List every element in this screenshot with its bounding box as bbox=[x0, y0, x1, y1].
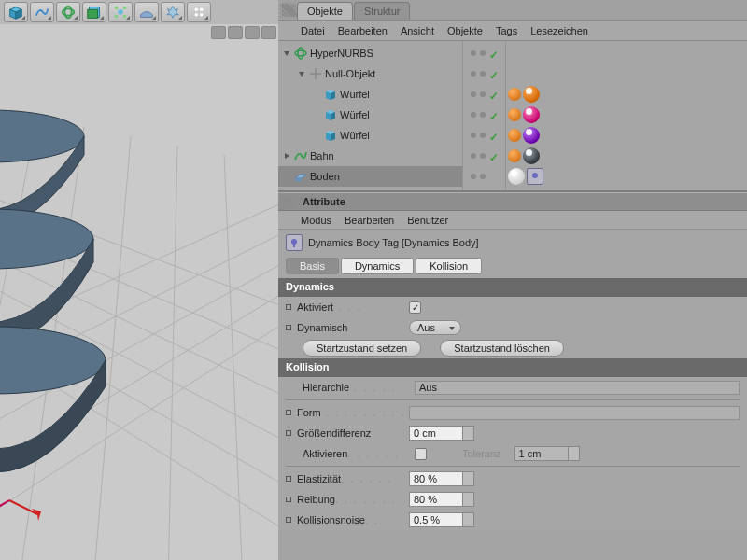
field-form[interactable] bbox=[409, 406, 740, 420]
attribute-menubar: Modus Bearbeiten Benutzer bbox=[278, 211, 747, 230]
prop-aktiviert: Aktiviert . . . ✓ bbox=[278, 297, 747, 317]
tab-kollision[interactable]: Kollision bbox=[416, 258, 482, 274]
perspective-viewport[interactable] bbox=[0, 24, 278, 560]
object-tree[interactable]: HyperNURBSNull-ObjektWürfelWürfelWürfelB… bbox=[278, 41, 463, 190]
cube-icon bbox=[323, 87, 338, 102]
tag-row[interactable] bbox=[506, 43, 747, 63]
tag-row[interactable] bbox=[506, 63, 747, 84]
dropdown-dynamisch[interactable]: Aus bbox=[409, 320, 461, 335]
field-hierarchie[interactable]: Aus bbox=[415, 381, 740, 395]
menu-bookmarks[interactable]: Lesezeichen bbox=[530, 25, 588, 36]
generator-tool[interactable] bbox=[82, 2, 106, 22]
cube-icon bbox=[323, 128, 338, 143]
svg-point-12 bbox=[200, 13, 204, 17]
tree-item[interactable]: Null-Objekt bbox=[278, 63, 462, 84]
tag-row[interactable] bbox=[506, 166, 747, 187]
menubar-grip-icon[interactable] bbox=[282, 3, 297, 16]
numfield-elast[interactable]: 80 % bbox=[409, 471, 474, 486]
tag-row[interactable] bbox=[506, 146, 747, 166]
tree-item[interactable]: Boden bbox=[278, 166, 462, 187]
menu-file[interactable]: Datei bbox=[301, 25, 325, 36]
primitives-toolbar bbox=[0, 0, 278, 24]
svg-point-11 bbox=[195, 13, 199, 17]
tree-item[interactable]: Würfel bbox=[278, 105, 462, 125]
prop-hierarchie: Hierarchie . . . . . Aus bbox=[278, 377, 747, 398]
tag-row[interactable] bbox=[506, 125, 747, 146]
checkbox-aktiviert[interactable]: ✓ bbox=[409, 301, 421, 314]
tag-row[interactable] bbox=[506, 105, 747, 125]
visibility-dots[interactable]: ✓ bbox=[463, 105, 505, 125]
tree-item[interactable]: Würfel bbox=[278, 125, 462, 146]
menu-user[interactable]: Benutzer bbox=[407, 215, 448, 226]
phong-tag-icon[interactable] bbox=[508, 149, 521, 162]
material-tag-icon[interactable] bbox=[508, 168, 525, 185]
phong-tag-icon[interactable] bbox=[508, 129, 521, 142]
tree-item-label: Würfel bbox=[340, 109, 370, 120]
btn-startzustand-setzen[interactable]: Startzustand setzen bbox=[303, 340, 421, 357]
spline-tool[interactable] bbox=[30, 2, 54, 22]
view-nav-icon[interactable] bbox=[245, 26, 260, 39]
expand-icon[interactable] bbox=[282, 49, 291, 58]
tree-item[interactable]: Bahn bbox=[278, 146, 462, 166]
visibility-dots[interactable]: ✓ bbox=[463, 146, 505, 166]
visibility-dots[interactable] bbox=[463, 166, 505, 187]
prop-groessendifferenz: Größendifferenz 0 cm bbox=[278, 423, 747, 443]
label-dynamisch: Dynamisch bbox=[297, 322, 347, 333]
tab-basis[interactable]: Basis bbox=[286, 258, 339, 274]
tree-item-label: Würfel bbox=[340, 89, 370, 100]
menu-edit[interactable]: Bearbeiten bbox=[345, 215, 394, 226]
menu-objects[interactable]: Objekte bbox=[447, 25, 483, 36]
view-nav-icon[interactable] bbox=[228, 26, 243, 39]
expand-icon[interactable] bbox=[282, 151, 291, 161]
deformer-tool[interactable] bbox=[108, 2, 133, 22]
label-reibung: Reibung bbox=[297, 494, 335, 505]
material-tag-icon[interactable] bbox=[523, 127, 540, 144]
camera-tool[interactable] bbox=[161, 2, 185, 22]
btn-startzustand-loeschen[interactable]: Startzustand löschen bbox=[440, 340, 564, 357]
numfield-reibung[interactable]: 80 % bbox=[409, 492, 474, 507]
menu-edit[interactable]: Bearbeiten bbox=[338, 25, 388, 36]
expand-icon[interactable] bbox=[297, 69, 306, 78]
numfield-groesse[interactable]: 0 cm bbox=[409, 426, 474, 441]
environment-tool[interactable] bbox=[134, 2, 159, 22]
tag-row[interactable] bbox=[506, 84, 747, 105]
visibility-dots[interactable]: ✓ bbox=[463, 63, 505, 84]
tab-objects[interactable]: Objekte bbox=[297, 2, 353, 20]
prop-dynamisch: Dynamisch Aus bbox=[278, 317, 747, 338]
tree-item[interactable]: HyperNURBS bbox=[278, 43, 462, 63]
material-tag-icon[interactable] bbox=[523, 106, 540, 123]
tab-dynamics[interactable]: Dynamics bbox=[341, 258, 414, 274]
tags-column[interactable] bbox=[506, 41, 747, 190]
checkbox-aktivieren[interactable] bbox=[415, 448, 427, 460]
svg-point-4 bbox=[118, 9, 122, 14]
object-manager[interactable]: HyperNURBSNull-ObjektWürfelWürfelWürfelB… bbox=[278, 41, 747, 192]
light-tool[interactable] bbox=[187, 2, 211, 22]
view-nav-icon[interactable] bbox=[211, 26, 226, 39]
numfield-noise[interactable]: 0.5 % bbox=[409, 512, 474, 527]
tab-structure[interactable]: Struktur bbox=[354, 2, 411, 20]
menu-mode[interactable]: Modus bbox=[301, 215, 331, 226]
svg-point-6 bbox=[123, 7, 127, 10]
attribute-title-bar[interactable]: Attribute bbox=[278, 192, 747, 211]
phong-tag-icon[interactable] bbox=[508, 108, 521, 121]
panel-grip-icon[interactable] bbox=[280, 196, 295, 209]
menu-view[interactable]: Ansicht bbox=[401, 25, 434, 36]
view-nav-icon[interactable] bbox=[261, 26, 276, 39]
material-tag-icon[interactable] bbox=[523, 147, 540, 164]
material-tag-icon[interactable] bbox=[523, 86, 540, 103]
objects-panel-tabs: Objekte Struktur bbox=[278, 0, 747, 21]
visibility-column[interactable]: ✓✓✓✓✓✓ bbox=[463, 41, 506, 190]
null-icon bbox=[308, 66, 323, 81]
tree-item[interactable]: Würfel bbox=[278, 84, 462, 105]
visibility-dots[interactable]: ✓ bbox=[463, 84, 505, 105]
svg-point-10 bbox=[200, 8, 204, 12]
tree-item-label: Bahn bbox=[310, 150, 334, 161]
svg-rect-39 bbox=[295, 178, 302, 181]
phong-tag-icon[interactable] bbox=[508, 88, 521, 101]
menu-tags[interactable]: Tags bbox=[496, 25, 517, 36]
visibility-dots[interactable]: ✓ bbox=[463, 125, 505, 146]
dynamics-tag-icon[interactable] bbox=[527, 168, 543, 185]
nurbs-tool[interactable] bbox=[56, 2, 80, 22]
cube-tool[interactable] bbox=[4, 2, 28, 22]
visibility-dots[interactable]: ✓ bbox=[463, 43, 505, 63]
